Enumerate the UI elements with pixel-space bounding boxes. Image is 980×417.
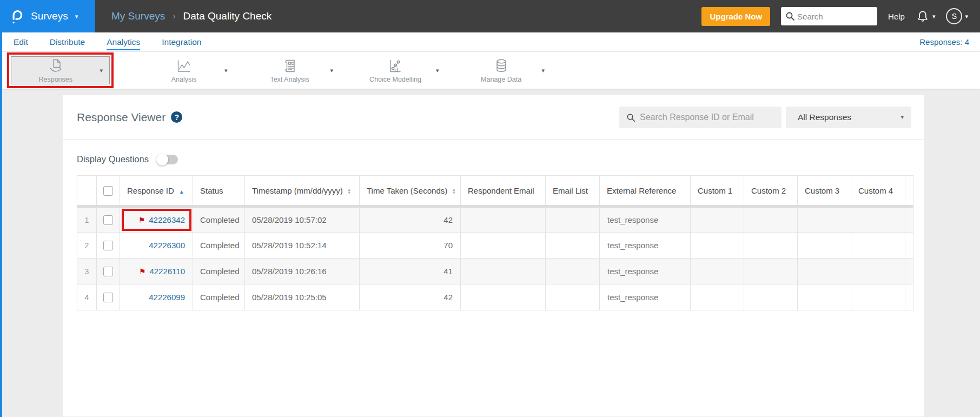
header-custom-2[interactable]: Custom 2 bbox=[744, 176, 798, 207]
sort-ascending-icon: ▲ bbox=[179, 189, 184, 195]
notifications-button[interactable]: ▾ bbox=[916, 9, 936, 23]
custom-2-cell bbox=[744, 233, 798, 259]
toolbar-responses-button[interactable]: Responses ▾ bbox=[11, 56, 110, 84]
header-status[interactable]: Status bbox=[193, 176, 245, 207]
status-cell: Completed bbox=[193, 207, 245, 233]
header-response-id[interactable]: Response ID▲ bbox=[120, 176, 193, 207]
help-icon[interactable]: ? bbox=[171, 111, 182, 123]
response-filter-dropdown[interactable]: All Responses ▾ bbox=[786, 107, 911, 128]
row-checkbox[interactable] bbox=[103, 215, 113, 225]
custom-1-cell bbox=[691, 233, 744, 259]
help-link[interactable]: Help bbox=[888, 12, 905, 21]
custom-2-cell bbox=[744, 259, 798, 284]
table-header-row: Response ID▲ Status Timestamp (mm/dd/yyy… bbox=[77, 176, 913, 207]
table-row: 2 ⚑42226300 Completed 05/28/2019 10:52:1… bbox=[77, 233, 913, 259]
toolbar-item-label: Analysis bbox=[171, 76, 197, 83]
nav-item-distribute[interactable]: Distribute bbox=[50, 34, 85, 50]
survey-nav: Edit Distribute Analytics Integration Re… bbox=[0, 32, 980, 52]
header-custom-1[interactable]: Custom 1 bbox=[691, 176, 744, 207]
response-viewer-card: Response Viewer ? All Responses ▾ Displa… bbox=[63, 95, 924, 416]
left-accent-bar bbox=[0, 32, 2, 417]
breadcrumb-parent[interactable]: My Surveys bbox=[111, 10, 165, 22]
toolbar-item-label: Responses bbox=[38, 76, 72, 83]
response-id-link[interactable]: 42226300 bbox=[149, 241, 185, 250]
email-list-cell bbox=[546, 207, 600, 233]
choice-modelling-icon bbox=[387, 58, 403, 74]
row-select-cell bbox=[97, 284, 120, 310]
row-checkbox[interactable] bbox=[103, 241, 113, 250]
response-id-cell: ⚑42226110 bbox=[120, 259, 193, 284]
toolbar-text-analysis-button[interactable]: Text Analysis ▾ bbox=[249, 58, 334, 83]
header-select-all[interactable] bbox=[97, 176, 120, 207]
response-id-link[interactable]: 42226110 bbox=[149, 267, 185, 276]
spacer-cell bbox=[905, 284, 913, 310]
display-questions-toggle[interactable] bbox=[157, 155, 178, 164]
header-time-taken[interactable]: Time Taken (Seconds)▲▼ bbox=[360, 176, 461, 207]
external-reference-cell: test_response bbox=[600, 284, 691, 310]
header-respondent-email[interactable]: Respondent Email bbox=[461, 176, 546, 207]
flag-icon: ⚑ bbox=[138, 216, 145, 224]
response-id-link[interactable]: 42226342 bbox=[149, 215, 185, 224]
chevron-down-icon: ▾ bbox=[542, 67, 545, 74]
spacer-cell bbox=[905, 233, 913, 259]
custom-2-cell bbox=[744, 284, 798, 310]
header-custom-4[interactable]: Custom 4 bbox=[851, 176, 905, 207]
row-checkbox[interactable] bbox=[103, 293, 113, 302]
response-search bbox=[619, 107, 782, 128]
email-list-cell bbox=[546, 284, 600, 310]
response-id-cell: ⚑42226342 bbox=[120, 207, 193, 233]
header-timestamp[interactable]: Timestamp (mm/dd/yyyy)▲▼ bbox=[245, 176, 360, 207]
status-cell: Completed bbox=[193, 259, 245, 284]
toolbar-choice-modelling-button[interactable]: Choice Modelling ▾ bbox=[355, 58, 439, 83]
custom-3-cell bbox=[798, 207, 851, 233]
spacer-cell bbox=[905, 259, 913, 284]
time-taken-cell: 41 bbox=[360, 259, 461, 284]
external-reference-cell: test_response bbox=[600, 259, 691, 284]
custom-1-cell bbox=[691, 207, 744, 233]
breadcrumb-current: Data Quality Check bbox=[183, 10, 272, 22]
custom-3-cell bbox=[798, 233, 851, 259]
nav-item-integration[interactable]: Integration bbox=[162, 34, 201, 50]
table-row: 3 ⚑42226110 Completed 05/28/2019 10:26:1… bbox=[77, 259, 913, 284]
respondent-email-cell bbox=[461, 284, 546, 310]
table-row: 4 ⚑42226099 Completed 05/28/2019 10:25:0… bbox=[77, 284, 913, 310]
chevron-down-icon: ▾ bbox=[900, 114, 904, 121]
row-select-cell bbox=[97, 233, 120, 259]
row-number: 3 bbox=[77, 259, 97, 284]
product-switcher[interactable]: Surveys ▾ bbox=[0, 0, 95, 32]
timestamp-cell: 05/28/2019 10:25:05 bbox=[245, 284, 360, 310]
sort-icon: ▲▼ bbox=[347, 188, 352, 195]
custom-1-cell bbox=[691, 284, 744, 310]
upgrade-now-button[interactable]: Upgrade Now bbox=[701, 7, 770, 26]
table-body: 1 ⚑42226342 Completed 05/28/2019 10:57:0… bbox=[77, 207, 913, 310]
chevron-down-icon: ▾ bbox=[932, 14, 936, 19]
flag-icon: ⚑ bbox=[139, 267, 146, 276]
header-email-list[interactable]: Email List bbox=[546, 176, 600, 207]
respondent-email-cell bbox=[461, 207, 546, 233]
bell-icon bbox=[916, 9, 930, 23]
header-spacer bbox=[905, 176, 913, 207]
account-menu[interactable]: S ▾ bbox=[946, 8, 968, 24]
row-select-cell bbox=[97, 259, 120, 284]
search-icon bbox=[626, 112, 636, 123]
respondent-email-cell bbox=[461, 259, 546, 284]
select-all-checkbox[interactable] bbox=[103, 186, 113, 196]
custom-3-cell bbox=[798, 259, 851, 284]
nav-item-analytics[interactable]: Analytics bbox=[107, 34, 140, 50]
row-number: 2 bbox=[77, 233, 97, 259]
response-id-link[interactable]: 42226099 bbox=[149, 293, 185, 302]
response-search-input[interactable] bbox=[619, 107, 782, 128]
chevron-down-icon: ▾ bbox=[100, 67, 103, 74]
response-id-cell: ⚑42226099 bbox=[120, 284, 193, 310]
questionpro-logo-icon bbox=[10, 8, 24, 24]
row-select-cell bbox=[97, 207, 120, 233]
toolbar-item-label: Manage Data bbox=[481, 76, 521, 83]
nav-item-edit[interactable]: Edit bbox=[14, 34, 28, 50]
toolbar-manage-data-button[interactable]: Manage Data ▾ bbox=[461, 58, 545, 83]
toolbar-analysis-button[interactable]: Analysis ▾ bbox=[143, 58, 228, 83]
custom-3-cell bbox=[798, 284, 851, 310]
row-checkbox[interactable] bbox=[103, 267, 113, 276]
header-external-reference[interactable]: External Reference bbox=[600, 176, 691, 207]
chevron-down-icon: ▾ bbox=[436, 67, 439, 74]
header-custom-3[interactable]: Custom 3 bbox=[798, 176, 851, 207]
